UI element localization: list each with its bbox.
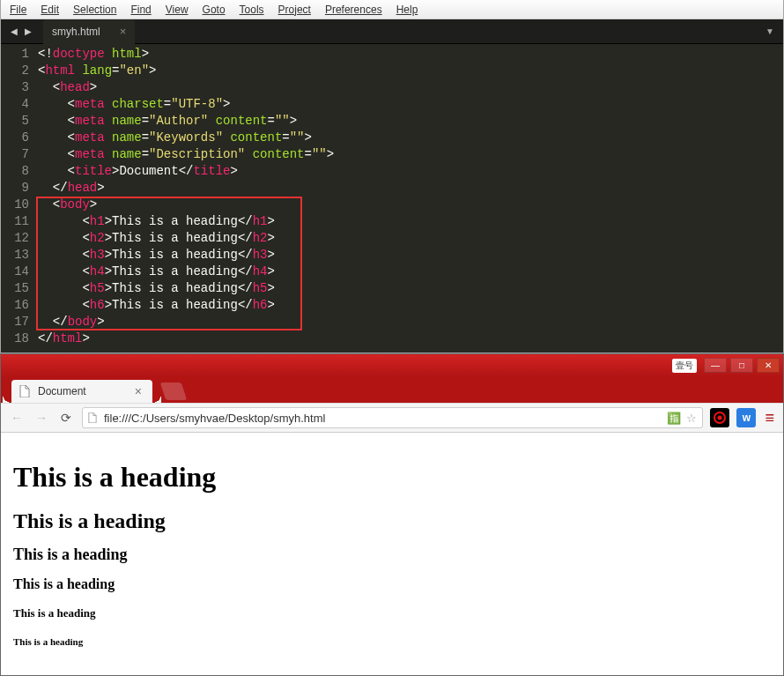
menu-goto[interactable]: Goto — [196, 2, 233, 18]
editor-tab-close-icon[interactable]: × — [120, 25, 127, 38]
bookmark-star-icon[interactable]: ☆ — [686, 412, 697, 425]
editor-nav-arrows: ◀ ▶ — [6, 26, 40, 38]
menu-find[interactable]: Find — [123, 2, 158, 18]
titlebar-badge: 壹号 — [672, 359, 697, 373]
menu-edit[interactable]: Edit — [33, 2, 66, 18]
rendered-h5: This is a heading — [13, 606, 771, 620]
window-minimize-icon[interactable]: — — [704, 358, 727, 373]
code-lines[interactable]: <!doctype html> <html lang="en"> <head> … — [38, 46, 334, 347]
browser-menu-icon[interactable]: ≡ — [763, 409, 776, 427]
editor-tab-label: smyh.html — [52, 26, 100, 38]
menu-file[interactable]: File — [3, 2, 33, 18]
url-file-icon — [88, 412, 99, 423]
extension-record-icon[interactable] — [710, 408, 729, 427]
browser-content: This is a heading This is a heading This… — [1, 433, 783, 675]
browser-back-icon[interactable]: ← — [8, 409, 26, 427]
editor-tab-overflow-icon[interactable]: ▼ — [757, 26, 783, 36]
window-maximize-icon[interactable]: □ — [730, 358, 753, 373]
editor-nav-forward-icon[interactable]: ▶ — [22, 26, 34, 38]
menu-selection[interactable]: Selection — [66, 2, 123, 18]
url-text: file:///C:/Users/smyhvae/Desktop/smyh.ht… — [104, 412, 662, 425]
menu-tools[interactable]: Tools — [233, 2, 271, 18]
menu-view[interactable]: View — [159, 2, 196, 18]
editor-tab[interactable]: smyh.html × — [43, 19, 135, 44]
browser-titlebar: 壹号 — □ ✕ — [1, 354, 783, 376]
page-file-icon — [18, 385, 31, 397]
translate-icon[interactable]: 🈯 — [667, 412, 681, 425]
browser-window: 壹号 — □ ✕ Document × ← → ⟳ file:///C:/Use… — [0, 353, 784, 676]
extension-w-icon[interactable]: w — [736, 408, 756, 427]
browser-tab-close-icon[interactable]: × — [135, 384, 142, 398]
svg-point-1 — [718, 416, 722, 420]
menu-project[interactable]: Project — [271, 2, 318, 18]
rendered-h2: This is a heading — [13, 509, 771, 533]
menu-bar: File Edit Selection Find View Goto Tools… — [1, 0, 783, 19]
browser-new-tab-button[interactable] — [160, 382, 187, 400]
editor-nav-back-icon[interactable]: ◀ — [8, 26, 20, 38]
rendered-h4: This is a heading — [13, 576, 771, 592]
gutter: 123 456 789 101112 131415 161718 — [1, 46, 38, 347]
browser-forward-icon[interactable]: → — [33, 409, 50, 427]
menu-help[interactable]: Help — [389, 2, 425, 18]
browser-toolbar: ← → ⟳ file:///C:/Users/smyhvae/Desktop/s… — [1, 403, 783, 433]
editor-window: File Edit Selection Find View Goto Tools… — [0, 0, 784, 353]
code-area[interactable]: 123 456 789 101112 131415 161718 <!docty… — [1, 44, 783, 353]
browser-tab[interactable]: Document × — [11, 380, 152, 403]
browser-reload-icon[interactable]: ⟳ — [57, 409, 75, 427]
editor-tab-row: ◀ ▶ smyh.html × ▼ — [1, 19, 783, 44]
rendered-h1: This is a heading — [13, 461, 771, 494]
menu-preferences[interactable]: Preferences — [318, 2, 389, 18]
rendered-h3: This is a heading — [13, 546, 771, 564]
rendered-h6: This is a heading — [13, 636, 771, 647]
browser-tabstrip: Document × — [1, 376, 783, 403]
window-close-icon[interactable]: ✕ — [757, 358, 780, 373]
url-bar[interactable]: file:///C:/Users/smyhvae/Desktop/smyh.ht… — [82, 407, 703, 428]
browser-tab-label: Document — [38, 385, 86, 397]
editor-dark-area: ◀ ▶ smyh.html × ▼ 123 456 789 101112 131… — [1, 19, 783, 353]
